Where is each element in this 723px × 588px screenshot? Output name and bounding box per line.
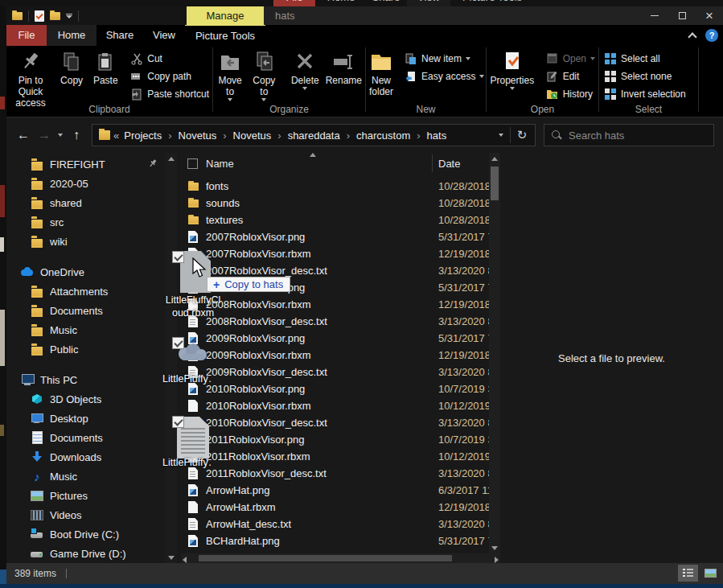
scrollbar-thumb[interactable] [491,167,499,200]
file-row[interactable]: 2007RobloxVisor.png 5/31/2017 7 [181,228,489,245]
scroll-right-icon[interactable] [495,555,499,563]
breadcrumb-item[interactable]: shareddata [271,130,339,142]
rename-button[interactable]: Rename [323,48,364,101]
tab-home[interactable]: Home [47,25,97,46]
refresh-icon[interactable]: ↻ [512,128,532,142]
file-row[interactable]: textures 10/28/2018 [181,212,489,228]
column-header-name[interactable]: Name [206,158,234,170]
file-row[interactable]: 2009RobloxVisor.png 5/31/2017 7 [181,330,489,347]
sidebar-item[interactable]: Game Drive (D:) [6,544,166,563]
file-row[interactable]: 2011RobloxVisor.png 10/7/2019 3 [181,431,489,448]
file-row[interactable]: sounds 10/28/2018 [181,195,489,212]
thumbnails-view-button[interactable] [700,565,721,582]
file-row[interactable]: 2007RobloxVisor.rbxm 12/19/2018 [181,245,489,262]
sidebar-item[interactable]: Music [6,467,166,486]
select-all-checkbox[interactable] [187,158,198,169]
address-dropdown-caret[interactable] [499,134,503,137]
properties-button[interactable]: Properties [487,48,537,101]
scroll-up-icon[interactable] [489,157,500,161]
file-row[interactable]: 2008RobloxVisor_desc.txt 3/13/2020 8 [181,313,489,330]
select-none-button[interactable]: Select none [601,68,689,85]
sidebar-item[interactable]: 3D Objects [6,389,166,409]
scroll-down-icon[interactable] [166,552,177,563]
select-all-button[interactable]: Select all [601,50,689,68]
paste-shortcut-button[interactable]: Paste shortcut [127,85,212,103]
sidebar-item[interactable]: Attachments [6,282,166,301]
tab-share[interactable]: Share [97,25,143,46]
sidebar-item[interactable]: Music [6,320,166,339]
file-row[interactable]: 2011RobloxVisor_desc.txt 3/13/2020 8 [181,465,489,482]
file-row[interactable]: BCHardHat.png 5/31/2017 7 [181,532,489,549]
search-box[interactable]: Search hats [544,124,714,146]
file-row[interactable]: 2007RobloxVisor_desc.txt 3/13/2020 8 [181,262,489,279]
file-row[interactable]: 2009RobloxVisor.rbxm 12/19/2018 [181,347,489,364]
file-row[interactable]: ArrowHat.rbxm 12/19/2018 [181,499,489,516]
qat-folder-icon[interactable] [12,12,23,20]
qat-properties-icon[interactable] [35,10,44,22]
breadcrumb-item[interactable]: Novetus [216,130,271,142]
pin-to-quick-access-button[interactable]: Pin to Quick access [7,48,54,101]
tab-picture-tools[interactable]: Picture Tools [185,25,265,46]
file-list-horizontal-scrollbar[interactable] [181,553,500,563]
move-to-button[interactable]: Move to [214,48,246,101]
new-folder-button[interactable]: New folder [367,48,396,101]
edit-button[interactable]: Edit [543,68,598,85]
minimize-button[interactable] [641,6,668,25]
paste-button[interactable]: Paste [89,48,121,101]
column-header-date[interactable]: Date [438,158,460,170]
sidebar-item[interactable]: Videos [6,505,166,524]
breadcrumb-item[interactable]: hats [410,130,446,142]
file-row[interactable]: 2010RobloxVisor.png 10/7/2019 3 [181,380,489,397]
invert-selection-button[interactable]: Invert selection [601,85,689,103]
scroll-left-icon[interactable] [183,555,187,563]
sidebar-item[interactable]: Boot Drive (C:) [6,524,166,544]
back-button[interactable]: ← [13,128,34,142]
close-button[interactable] [696,6,723,25]
scroll-up-icon[interactable] [166,153,177,164]
easy-access-button[interactable]: Easy access [401,68,487,85]
up-button[interactable]: ↑ [66,128,87,142]
breadcrumb-item[interactable]: Projects [124,130,162,142]
breadcrumb-item[interactable]: charcustom [340,130,411,142]
file-row[interactable]: 2010RobloxVisor_desc.txt 3/13/2020 8 [181,414,489,431]
cut-button[interactable]: Cut [127,50,212,68]
collapse-ribbon-icon[interactable] [688,32,696,41]
qat-customize-icon[interactable] [66,14,72,19]
help-icon[interactable] [705,29,718,42]
file-row[interactable]: 2009RobloxVisor_desc.txt 3/13/2020 8 [181,364,489,380]
sidebar-item[interactable]: wiki [6,232,166,251]
file-row[interactable]: 2008RobloxVisor.png 5/31/2017 7 [181,279,489,296]
qat-new-folder-icon[interactable] [50,12,60,20]
recent-locations-caret[interactable] [58,134,63,137]
scroll-down-icon[interactable] [489,542,500,553]
tab-view[interactable]: View [143,25,185,46]
maximize-button[interactable] [668,6,696,25]
file-list-vertical-scrollbar[interactable] [489,153,500,553]
file-row[interactable]: 2010RobloxVisor.rbxm 10/12/2019 [181,397,489,414]
copy-path-button[interactable]: Copy path [127,68,212,85]
sidebar-item[interactable]: Documents [6,301,166,320]
forward-button[interactable]: → [34,128,55,142]
sidebar-item[interactable]: Public [6,339,166,359]
sidebar-item[interactable]: Pictures [6,486,166,505]
copy-button[interactable]: Copy [55,48,88,101]
copy-to-button[interactable]: Copy to [248,48,280,101]
sidebar-item[interactable]: 2020-05 [6,174,166,193]
sidebar-item[interactable]: Downloads [6,447,166,467]
delete-button[interactable]: Delete [289,48,322,101]
file-row[interactable]: fonts 10/28/2018 [181,178,489,195]
file-row[interactable]: 2008RobloxVisor.rbxm 12/19/2018 [181,296,489,313]
file-row[interactable]: ArrowHat.png 6/3/2017 11 [181,482,489,499]
scrollbar-thumb[interactable] [199,555,452,561]
breadcrumb-item[interactable]: Novetus [162,130,216,142]
manage-contextual-tab[interactable]: Manage [187,6,264,25]
sidebar-item[interactable]: shared [6,193,166,212]
address-bar[interactable]: « ProjectsNovetusNovetusshareddatacharcu… [92,124,536,146]
details-view-button[interactable] [678,565,698,582]
sidebar-item[interactable]: Documents [6,428,166,447]
file-row[interactable]: ArrowHat_desc.txt 3/13/2020 8 [181,516,489,532]
sidebar-item[interactable]: This PC [6,370,166,389]
sidebar-scrollbar[interactable] [166,153,177,563]
sidebar-item[interactable]: FIREFIGHT [6,154,166,174]
sidebar-item[interactable]: Desktop [6,409,166,428]
